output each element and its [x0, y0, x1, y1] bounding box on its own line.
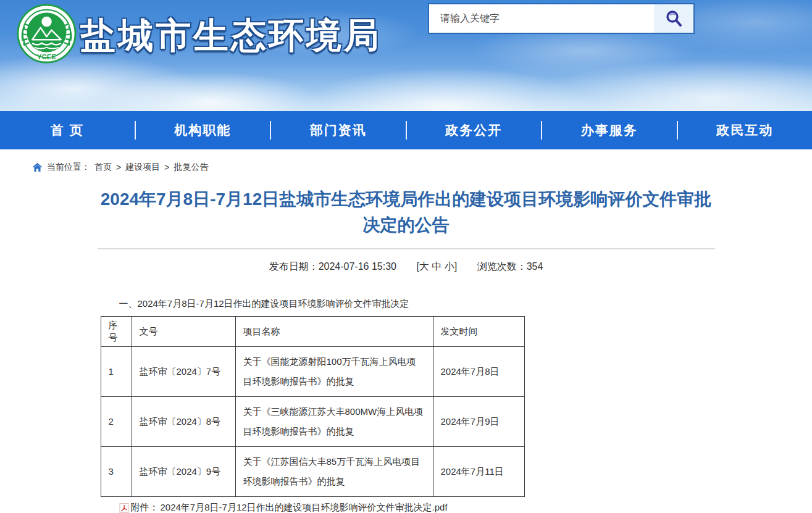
- article-content: 2024年7月8日-7月12日盐城市生态环境局作出的建设项目环境影响评价文件审批…: [98, 186, 715, 513]
- search-input[interactable]: [429, 4, 654, 33]
- breadcrumb-separator: >: [164, 162, 169, 172]
- ycee-logo-icon: YCEE: [17, 4, 77, 64]
- section-heading: 一、2024年7月8日-7月12日作出的建设项目环境影响评价文件审批决定: [119, 298, 715, 310]
- svg-text:YCEE: YCEE: [37, 52, 57, 60]
- publish-date: 发布日期：2024-07-16 15:30: [269, 261, 396, 272]
- table-header-row: 序号 文号 项目名称 发文时间: [101, 317, 524, 347]
- cell-proj: 关于《三峡能源江苏大丰800MW海上风电项目环境影响报告书》的批复: [235, 397, 433, 447]
- col-header-date: 发文时间: [433, 317, 524, 347]
- breadcrumb-item-project[interactable]: 建设项目: [125, 162, 160, 173]
- nav-item-news[interactable]: 部门资讯: [271, 111, 406, 149]
- nav-item-services[interactable]: 办事服务: [542, 111, 677, 149]
- cell-proj: 关于《国能龙源射阳100万千瓦海上风电项目环境影响报告书》的批复: [235, 347, 433, 397]
- cell-seq: 3: [101, 447, 132, 497]
- cell-doc: 盐环审〔2024〕7号: [132, 347, 235, 397]
- nav-item-gov-info[interactable]: 政务公开: [407, 111, 542, 149]
- cell-doc: 盐环审〔2024〕8号: [132, 397, 235, 447]
- main-nav: 首 页 机构职能 部门资讯 政务公开 办事服务 政民互动: [0, 111, 812, 149]
- breadcrumb-separator: >: [116, 162, 121, 172]
- font-size-switcher[interactable]: [大 中 小]: [416, 261, 457, 272]
- table-row: 1 盐环审〔2024〕7号 关于《国能龙源射阳100万千瓦海上风电项目环境影响报…: [101, 347, 524, 397]
- cell-date: 2024年7月11日: [433, 447, 524, 497]
- table-row: 3 盐环审〔2024〕9号 关于《江苏国信大丰85万千瓦海上风电项目环境影响报告…: [101, 447, 524, 497]
- search-icon: [664, 9, 683, 28]
- home-icon: [32, 162, 43, 172]
- page-title: 2024年7月8日-7月12日盐城市生态环境局作出的建设项目环境影响评价文件审批…: [98, 186, 715, 238]
- breadcrumb-prefix: 当前位置：: [47, 162, 90, 173]
- pdf-icon: [119, 503, 129, 513]
- nav-item-interact[interactable]: 政民互动: [678, 111, 812, 149]
- site-title: 盐城市生态环境局: [80, 12, 382, 60]
- breadcrumb-item-home[interactable]: 首页: [94, 162, 112, 173]
- col-header-proj: 项目名称: [235, 317, 433, 347]
- header-banner: YCEE 盐城市生态环境局: [0, 0, 812, 111]
- search-box: [428, 3, 695, 34]
- nav-item-home[interactable]: 首 页: [0, 111, 135, 149]
- publish-info-row: 发布日期：2024-07-16 15:30 [大 中 小] 浏览次数：354: [98, 261, 715, 273]
- nav-item-functions[interactable]: 机构职能: [136, 111, 270, 149]
- view-count: 浏览次数：354: [477, 261, 543, 272]
- cell-date: 2024年7月9日: [433, 397, 524, 447]
- table-row: 2 盐环审〔2024〕8号 关于《三峡能源江苏大丰800MW海上风电项目环境影响…: [101, 397, 524, 447]
- cell-seq: 2: [101, 397, 132, 447]
- attachment-row: 附件： 2024年7月8日-7月12日作出的建设项目环境影响评价文件审批决定.p…: [119, 502, 715, 513]
- col-header-doc: 文号: [132, 317, 235, 347]
- title-divider: [98, 248, 715, 249]
- approval-table: 序号 文号 项目名称 发文时间 1 盐环审〔2024〕7号 关于《国能龙源射阳1…: [101, 316, 525, 497]
- search-button[interactable]: [654, 4, 693, 33]
- breadcrumb-item-notice[interactable]: 批复公告: [174, 162, 208, 173]
- cell-doc: 盐环审〔2024〕9号: [132, 447, 235, 497]
- cell-proj: 关于《江苏国信大丰85万千瓦海上风电项目环境影响报告书》的批复: [235, 447, 433, 497]
- attachment-link[interactable]: 2024年7月8日-7月12日作出的建设项目环境影响评价文件审批决定.pdf: [161, 502, 448, 513]
- breadcrumb: 当前位置： 首页 > 建设项目 > 批复公告: [0, 149, 812, 173]
- cell-seq: 1: [101, 347, 132, 397]
- attachment-label: 附件：: [131, 502, 159, 513]
- col-header-seq: 序号: [101, 317, 132, 347]
- cell-date: 2024年7月8日: [433, 347, 524, 397]
